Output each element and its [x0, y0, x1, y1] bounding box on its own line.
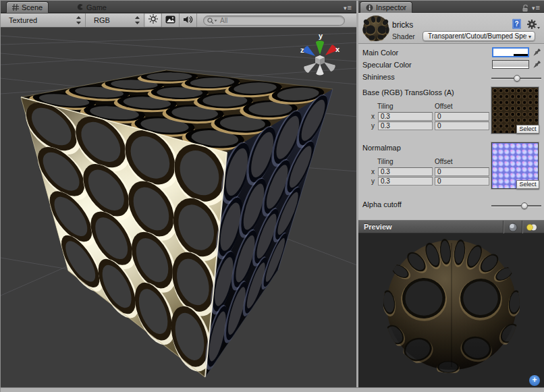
svg-text:x: x — [335, 45, 340, 53]
base-tiling-x-field[interactable]: 0.3 — [378, 112, 433, 121]
image-icon — [165, 14, 175, 26]
updown-arrows-icon — [76, 16, 81, 26]
preview-header: Preview — [358, 220, 544, 233]
alpha-cutoff-slider[interactable] — [491, 205, 541, 206]
gear-icon[interactable] — [526, 19, 540, 32]
game-icon — [76, 3, 84, 11]
main-color-swatch[interactable] — [492, 47, 529, 57]
main-color-eyedropper-icon[interactable] — [532, 48, 541, 57]
normal-offset-x-field[interactable]: 0 — [435, 167, 489, 176]
specular-color-label: Specular Color — [362, 61, 412, 69]
preview-sphere-render — [358, 233, 544, 387]
normal-tiling-x-field[interactable]: 0.3 — [378, 167, 433, 176]
inspector-menu-icon[interactable]: ▾≡ — [532, 3, 541, 11]
shader-value: Transparent/Cutout/Bumped Spe — [428, 32, 526, 40]
channel-dropdown[interactable]: RGB — [86, 13, 144, 27]
shininess-slider[interactable] — [491, 78, 541, 79]
material-preview-area[interactable]: + — [358, 233, 544, 387]
pane-splitter[interactable] — [356, 1, 358, 387]
sphere-icon — [508, 223, 518, 232]
scene-audio-toggle[interactable] — [180, 13, 197, 27]
normal-offset-y-field[interactable]: 0 — [435, 177, 489, 186]
material-header: bricks Shader Transparent/Cutout/Bumped … — [358, 13, 544, 44]
base-x-label: x — [371, 113, 375, 120]
tab-game[interactable]: Game — [71, 1, 112, 13]
normal-tiling-y-field[interactable]: 0.3 — [378, 177, 433, 186]
help-icon[interactable]: ? — [511, 18, 523, 33]
scene-pane-menu-icon[interactable]: ▾≡ — [344, 3, 352, 11]
tab-inspector[interactable]: Inspector — [360, 1, 412, 13]
base-offset-x-field[interactable]: 0 — [435, 112, 489, 121]
base-map-title: Base (RGB) TransGloss (A) — [362, 88, 454, 96]
scene-viewport[interactable]: yxz — [1, 28, 357, 387]
alpha-cutoff-label: Alpha cutoff — [362, 200, 402, 208]
preview-sphere-button[interactable] — [503, 221, 522, 234]
scene-search-field[interactable]: All — [203, 16, 345, 26]
unity-editor-window: Scene Game ▾≡ Textured RGB — [0, 0, 544, 392]
normal-x-label: x — [371, 168, 375, 175]
scene-lighting-toggle[interactable] — [144, 13, 162, 27]
specular-color-swatch[interactable] — [492, 60, 529, 69]
base-y-label: y — [371, 122, 375, 130]
shader-label: Shader — [392, 32, 415, 40]
scene-skybox-toggle[interactable] — [162, 13, 180, 27]
base-offset-y-field[interactable]: 0 — [435, 121, 489, 130]
preview-lighting-button[interactable] — [522, 221, 541, 234]
scene-grid-icon — [12, 4, 19, 11]
material-name: bricks — [392, 20, 413, 30]
draw-mode-value: Textured — [9, 16, 37, 24]
normal-y-label: y — [371, 177, 375, 185]
inspector-tabbar: Inspector ▾≡ — [358, 1, 544, 13]
draw-mode-dropdown[interactable]: Textured — [1, 13, 86, 27]
alpha-cutoff-slider-thumb[interactable] — [521, 202, 528, 209]
scene-pane: Scene Game ▾≡ Textured RGB — [1, 1, 357, 387]
main-color-alpha-bar — [514, 54, 528, 56]
base-offset-label: Offset — [435, 103, 453, 110]
tab-scene[interactable]: Scene — [6, 1, 49, 13]
channel-value: RGB — [94, 16, 110, 24]
svg-text:z: z — [300, 46, 304, 54]
base-tiling-label: Tiling — [377, 103, 393, 110]
normal-tiling-label: Tiling — [377, 158, 393, 165]
tab-inspector-label: Inspector — [376, 3, 406, 11]
shininess-label: Shininess — [362, 73, 395, 81]
base-tiling-y-field[interactable]: 0.3 — [378, 121, 433, 130]
add-preview-button[interactable]: + — [529, 375, 540, 386]
search-scope-label: All — [220, 17, 227, 24]
specular-alpha-bar — [493, 67, 528, 68]
tab-scene-label: Scene — [22, 3, 43, 11]
preview-title: Preview — [364, 223, 392, 231]
info-icon — [366, 4, 373, 11]
two-lights-icon — [526, 223, 538, 231]
scene-3d-render: yxz — [1, 28, 357, 387]
chevron-down-icon: ▾ — [525, 34, 531, 39]
base-texture-select-button[interactable]: Select — [516, 125, 539, 134]
scene-tabbar: Scene Game ▾≡ — [1, 1, 357, 13]
material-preview-ball-icon — [362, 15, 389, 42]
normal-map-title: Normalmap — [362, 144, 401, 152]
scene-toolbar: Textured RGB All — [1, 13, 357, 28]
shininess-slider-thumb[interactable] — [514, 75, 520, 82]
normal-offset-label: Offset — [435, 158, 453, 165]
search-icon — [207, 18, 218, 24]
specular-eyedropper-icon[interactable] — [532, 60, 541, 69]
tab-game-label: Game — [86, 3, 107, 11]
svg-text:y: y — [319, 32, 323, 40]
main-color-label: Main Color — [362, 49, 398, 57]
speaker-icon — [184, 14, 193, 26]
sun-icon — [148, 14, 158, 26]
updown-arrows-icon — [135, 16, 140, 26]
svg-text:?: ? — [514, 20, 518, 28]
window-bottom-edge — [1, 387, 544, 392]
inspector-pane: Inspector ▾≡ bricks Shader Transparent/C… — [358, 1, 544, 387]
normal-texture-select-button[interactable]: Select — [516, 180, 539, 189]
